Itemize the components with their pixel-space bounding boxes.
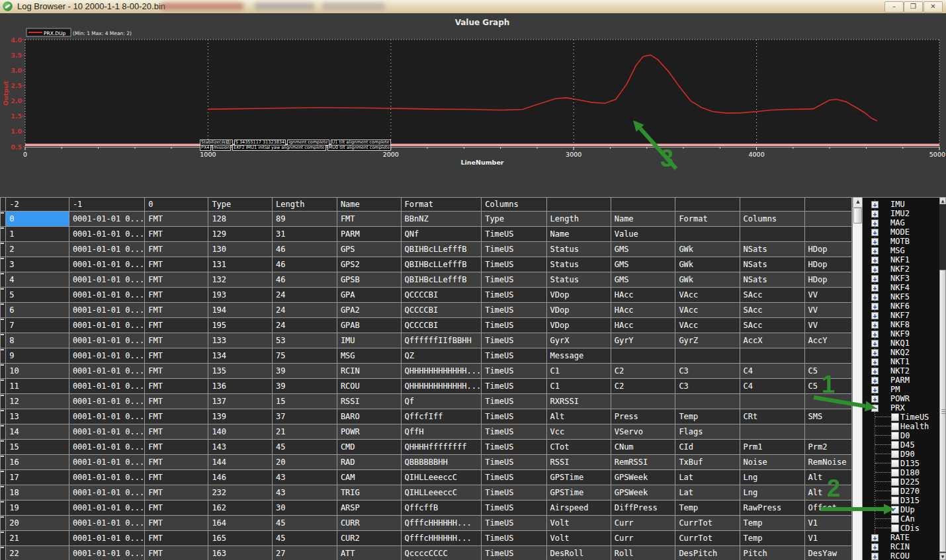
table-cell[interactable]: TimeUS (482, 500, 546, 516)
tree-item-nkq1[interactable]: +NKQ1 (863, 339, 940, 348)
table-cell[interactable] (675, 394, 740, 409)
table-cell[interactable]: FMT (145, 470, 208, 485)
table-cell[interactable]: 39 (273, 379, 337, 394)
table-cell[interactable]: 0001-01-01 0... (69, 379, 144, 394)
expand-icon[interactable]: + (871, 284, 879, 292)
table-cell[interactable]: GyrX (546, 333, 611, 348)
table-cell[interactable]: C4 (740, 379, 804, 394)
table-cell[interactable]: GPSTime (546, 470, 611, 485)
table-cell[interactable]: 16 (6, 455, 69, 470)
table-cell[interactable]: VV (804, 288, 851, 303)
table-cell[interactable]: GPSTime (546, 485, 611, 500)
table-cell[interactable]: 0001-01-01 0... (69, 318, 144, 333)
table-cell[interactable]: C4 (740, 364, 804, 379)
table-cell[interactable]: CURR (337, 516, 401, 531)
table-cell[interactable]: VAcc (675, 303, 740, 318)
table-cell[interactable]: 0001-01-01 0... (69, 272, 144, 288)
table-cell[interactable]: Alt (804, 470, 851, 485)
table-cell[interactable]: GPS2 (337, 257, 401, 272)
table-cell[interactable] (804, 227, 851, 242)
scroll-up-arrow-icon[interactable]: ▲ (939, 197, 946, 204)
table-cell[interactable]: Qf (401, 394, 482, 409)
window-titlebar[interactable]: Log Browser - 10 2000-1-1 8-00-20.bin – … (0, 0, 946, 14)
table-cell[interactable]: 165 (208, 531, 273, 546)
row-indicator[interactable] (1, 227, 6, 242)
table-cell[interactable]: 53 (273, 333, 337, 348)
table-cell[interactable]: Roll (611, 546, 675, 560)
tree-field-label[interactable]: CDis (900, 524, 920, 533)
expand-icon[interactable]: + (871, 395, 879, 403)
tree-item-nkf9[interactable]: +NKF9 (863, 329, 940, 339)
table-cell[interactable]: ARSP (337, 500, 401, 516)
table-cell[interactable]: VDop (546, 318, 611, 333)
table-cell[interactable]: 0001-01-01 0... (69, 424, 144, 440)
table-cell[interactable]: TimeUS (482, 424, 546, 440)
table-cell[interactable]: Temp (740, 516, 804, 531)
table-cell[interactable]: NSats (740, 242, 804, 257)
row-indicator[interactable] (1, 424, 6, 440)
table-cell[interactable]: Noise (740, 455, 804, 470)
tree-item-rate[interactable]: +RATE (863, 533, 940, 542)
row-indicator[interactable] (1, 348, 6, 364)
tree-item-imu[interactable]: +IMU (863, 200, 940, 209)
table-cell[interactable]: 24 (273, 318, 337, 333)
table-cell[interactable]: TimeUS (482, 531, 546, 546)
table-cell[interactable]: DesRoll (546, 546, 611, 560)
table-header[interactable]: Name (337, 198, 401, 212)
table-cell[interactable] (740, 348, 804, 364)
table-header[interactable]: Length (273, 198, 337, 212)
table-cell[interactable]: 46 (273, 257, 337, 272)
field-checkbox-dup[interactable] (891, 506, 899, 514)
table-cell[interactable]: FMT (145, 455, 208, 470)
table-cell[interactable]: 5 (6, 288, 69, 303)
table-cell[interactable]: CNum (611, 440, 675, 455)
table-cell[interactable]: QIHLLeeeccC (401, 470, 482, 485)
table-cell[interactable]: 45 (273, 516, 337, 531)
tree-item-parm[interactable]: +PARM (863, 376, 940, 385)
table-cell[interactable]: TimeUS (482, 516, 546, 531)
table-cell[interactable]: Lng (740, 470, 804, 485)
table-cell[interactable]: 135 (208, 364, 273, 379)
tree-group-label[interactable]: PARM (890, 376, 910, 385)
table-cell[interactable] (611, 348, 675, 364)
table-cell[interactable]: NSats (740, 272, 804, 288)
tree-field-label[interactable]: Health (900, 422, 929, 431)
expand-icon[interactable]: + (871, 340, 879, 347)
table-cell[interactable]: 43 (273, 485, 337, 500)
table-cell[interactable]: 0001-01-01 0... (69, 257, 144, 272)
table-cell[interactable]: 146 (208, 470, 273, 485)
tree-group-label[interactable]: NKF9 (890, 329, 910, 339)
table-cell[interactable]: V1 (804, 516, 851, 531)
table-cell[interactable]: 0001-01-01 0... (69, 227, 144, 242)
table-cell[interactable]: TimeUS (482, 333, 546, 348)
tree-item-d180[interactable]: D180 (863, 468, 940, 477)
table-cell[interactable]: C3 (675, 379, 740, 394)
table-cell[interactable]: QfffcHHHHHH... (401, 516, 482, 531)
table-header[interactable]: Format (401, 198, 482, 212)
table-cell[interactable]: FMT (145, 318, 208, 333)
expand-icon[interactable]: + (871, 229, 879, 236)
table-cell[interactable]: Curr (611, 531, 675, 546)
tree-group-label[interactable]: RCOU (890, 551, 910, 560)
table-cell[interactable]: 0001-01-01 0... (69, 485, 144, 500)
table-cell[interactable]: FMT (145, 272, 208, 288)
table-cell[interactable]: 137 (208, 394, 273, 409)
tree-item-imu2[interactable]: +IMU2 (863, 209, 940, 218)
table-cell[interactable]: TimeUS (482, 546, 546, 560)
table-cell[interactable]: Pitch (740, 546, 804, 560)
row-indicator[interactable] (1, 303, 6, 318)
table-cell[interactable]: HDop (804, 242, 851, 257)
tree-item-d0[interactable]: D0 (863, 431, 940, 440)
table-cell[interactable]: TimeUS (482, 242, 546, 257)
table-cell[interactable]: SMS (804, 409, 851, 424)
table-cell[interactable]: GPAB (337, 318, 401, 333)
table-cell[interactable]: HAcc (611, 318, 675, 333)
table-cell[interactable]: TimeUS (482, 394, 546, 409)
tree-group-label[interactable]: NKF8 (890, 320, 910, 329)
table-cell[interactable]: FMT (145, 364, 208, 379)
table-cell[interactable]: VDop (546, 303, 611, 318)
expand-icon[interactable]: + (871, 368, 879, 375)
table-cell[interactable]: 27 (273, 546, 337, 560)
tree-item-d135[interactable]: D135 (863, 459, 940, 468)
table-cell[interactable]: QccccCCCC (401, 546, 482, 560)
